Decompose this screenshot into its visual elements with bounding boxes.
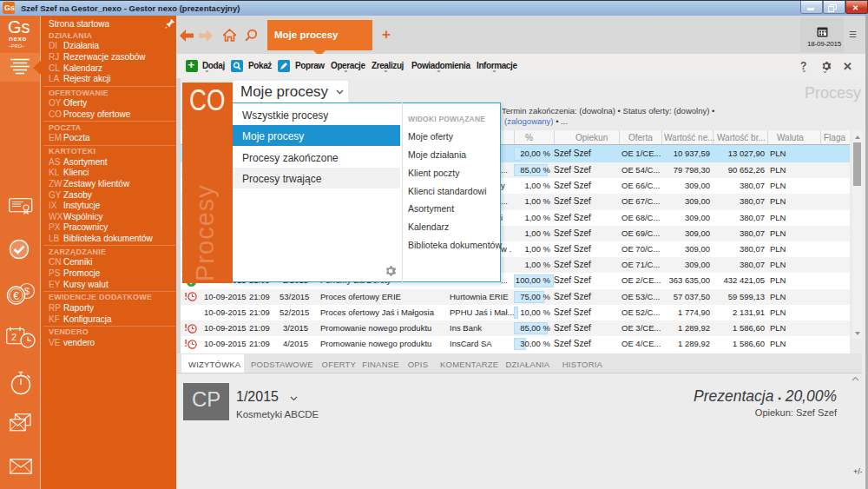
svg-text:2: 2 <box>11 332 16 342</box>
svg-text:€: € <box>13 290 19 302</box>
